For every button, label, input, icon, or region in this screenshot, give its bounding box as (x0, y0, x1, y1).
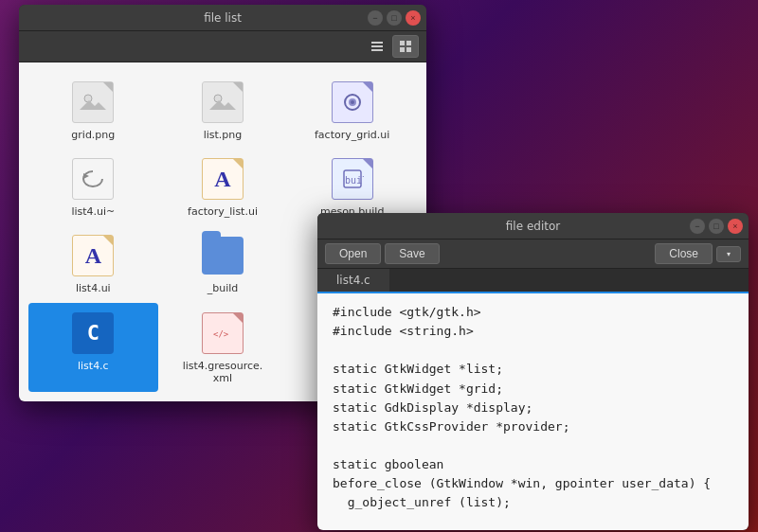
file-editor-window: file editor − □ × Open Save Close ▾ list… (317, 213, 749, 530)
file-label: list4.ui (76, 282, 111, 294)
editor-maximize-button[interactable]: □ (709, 219, 724, 234)
svg-rect-5 (400, 47, 405, 52)
svg-text:build: build (345, 175, 364, 186)
file-icon-build: build (330, 156, 375, 202)
file-label: _build (208, 282, 239, 294)
file-label: grid.png (71, 129, 115, 141)
code-line: g_object_unref (list); (333, 493, 733, 512)
code-line: #include <string.h> (333, 322, 733, 341)
svg-rect-1 (371, 45, 383, 47)
svg-rect-6 (406, 47, 411, 52)
svg-marker-10 (209, 100, 236, 110)
code-line: static GdkDisplay *display; (333, 399, 733, 417)
file-label: list4.gresource.xml (180, 360, 265, 384)
dropdown-button[interactable]: ▾ (716, 246, 741, 262)
file-list-window-controls: − □ × (368, 10, 421, 26)
save-button[interactable]: Save (385, 243, 439, 264)
minimize-button[interactable]: − (368, 10, 383, 26)
editor-titlebar: file editor − □ × (317, 213, 749, 239)
editor-window-controls: − □ × (690, 219, 743, 234)
file-label: factory_grid.ui (315, 129, 389, 141)
code-line: before_close (GtkWindow *win, gpointer u… (333, 474, 733, 493)
code-line: static GtkCssProvider *provider; (333, 417, 733, 436)
list-item[interactable]: C list4.c (28, 303, 158, 392)
file-label: list.png (204, 129, 243, 141)
editor-toolbar: Open Save Close ▾ (317, 239, 749, 269)
code-line (333, 436, 733, 455)
svg-marker-8 (80, 100, 106, 110)
editor-minimize-button[interactable]: − (690, 219, 705, 234)
file-icon-ui (330, 80, 375, 125)
code-line: static GtkWidget *grid; (333, 380, 733, 399)
file-list-toolbar (19, 31, 426, 62)
list-item[interactable]: A factory_list.ui (158, 149, 288, 225)
maximize-button[interactable]: □ (387, 10, 402, 26)
file-icon-png (200, 80, 245, 125)
code-line (333, 341, 733, 360)
dropdown-arrow-icon: ▾ (727, 250, 731, 258)
list-item[interactable]: list4.ui~ (28, 149, 158, 225)
editor-tab-bar: list4.c (317, 269, 749, 293)
list-item[interactable]: grid.png (28, 72, 158, 149)
file-icon-ui-a: A (70, 233, 116, 278)
editor-tab-list4c[interactable]: list4.c (317, 269, 389, 293)
svg-text:</>: </> (213, 329, 229, 339)
svg-point-13 (351, 100, 354, 104)
list-item[interactable]: _build (158, 225, 288, 302)
file-list-titlebar: file list − □ × (19, 5, 426, 31)
open-button[interactable]: Open (325, 243, 381, 264)
editor-title: file editor (506, 220, 560, 233)
editor-content[interactable]: #include <gtk/gtk.h> #include <string.h>… (317, 293, 749, 530)
list-item[interactable]: </> list4.gresource.xml (158, 303, 288, 392)
list-item[interactable]: A list4.ui (28, 225, 158, 302)
file-icon-png (70, 80, 116, 125)
svg-rect-2 (371, 49, 383, 51)
file-icon-folder (200, 233, 245, 278)
file-icon-revert (70, 156, 116, 202)
editor-close-button[interactable]: × (728, 219, 743, 234)
svg-point-7 (84, 95, 92, 102)
code-line: #include <gtk/gtk.h> (333, 303, 733, 322)
file-label: list4.c (78, 360, 109, 372)
file-icon-c: C (70, 310, 116, 356)
code-line: static gboolean (333, 455, 733, 474)
svg-rect-3 (400, 41, 405, 45)
file-icon-ui: A (200, 156, 245, 202)
file-label: list4.ui~ (71, 205, 115, 218)
close-file-button[interactable]: Close (655, 243, 713, 264)
file-label: factory_list.ui (188, 205, 258, 218)
list-item[interactable]: list.png (158, 72, 288, 149)
svg-rect-0 (371, 42, 383, 44)
file-icon-xml: </> (200, 310, 245, 356)
close-button[interactable]: × (406, 10, 421, 26)
svg-point-9 (214, 95, 222, 102)
list-item[interactable]: factory_grid.ui (287, 72, 417, 149)
grid-view-button[interactable] (392, 35, 419, 58)
file-list-title: file list (204, 11, 242, 25)
list-view-button[interactable] (364, 35, 390, 58)
code-line: static GtkWidget *list; (333, 360, 733, 379)
svg-rect-4 (406, 41, 411, 45)
